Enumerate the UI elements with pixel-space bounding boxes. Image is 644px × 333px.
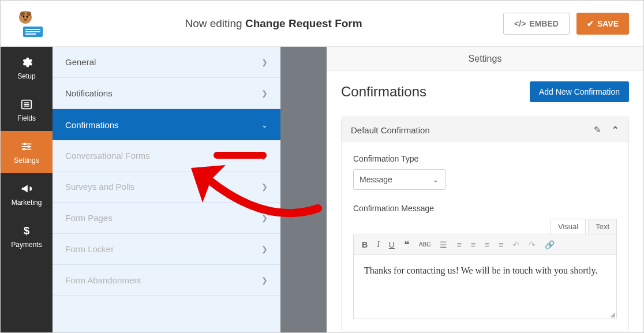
sliders-icon: [20, 140, 33, 153]
chevron-right-icon: ❯: [261, 182, 268, 191]
subnav-item-label: Form Pages: [65, 213, 113, 223]
svg-point-2: [27, 12, 31, 16]
subnav-form-pages[interactable]: Form Pages ❯: [53, 203, 280, 234]
form-name: Change Request Form: [245, 17, 362, 29]
chevron-up-icon[interactable]: ⌃: [612, 125, 619, 135]
nav-fields-label: Fields: [17, 114, 36, 122]
subnav-general[interactable]: General ❯: [53, 47, 280, 78]
check-icon: ✔: [587, 19, 594, 28]
top-actions: </> EMBED ✔ SAVE: [503, 13, 629, 35]
bullhorn-icon: [20, 182, 33, 195]
italic-icon[interactable]: I: [377, 240, 380, 249]
align-center-icon[interactable]: ≡: [485, 240, 489, 249]
chevron-right-icon: ❯: [261, 89, 268, 98]
chevron-down-icon: ⌄: [432, 175, 439, 184]
panel-header[interactable]: Default Confirmation ✎ ⌃: [342, 117, 628, 143]
svg-point-3: [23, 16, 25, 17]
align-left-icon[interactable]: ≡: [471, 240, 475, 249]
editor-text: Thanks for contacting us! We will be in …: [364, 265, 597, 275]
save-button-label: SAVE: [597, 19, 619, 28]
editor-content-area[interactable]: Thanks for contacting us! We will be in …: [354, 255, 616, 319]
bold-icon[interactable]: B: [362, 240, 368, 249]
quote-icon[interactable]: ❝: [404, 238, 410, 251]
subnav-item-label: Confirmations: [65, 120, 119, 130]
bullet-list-icon[interactable]: ☰: [440, 240, 447, 249]
subnav-item-label: Notifications: [65, 88, 113, 98]
subnav-item-label: Conversational Forms: [65, 151, 150, 160]
subnav-item-label: Form Abandonment: [65, 275, 141, 285]
chevron-right-icon: ❯: [261, 58, 268, 66]
embed-button-label: EMBED: [529, 19, 559, 28]
nav-payments-label: Payments: [11, 241, 42, 249]
chevron-right-icon: ❯: [261, 245, 268, 253]
nav-marketing-label: Marketing: [12, 199, 42, 207]
nav-setup-label: Setup: [17, 72, 35, 80]
settings-header: Settings: [327, 47, 643, 71]
subnav-notifications[interactable]: Notifications ❯: [53, 78, 280, 109]
page-heading: Confirmations: [341, 84, 426, 100]
dollar-icon: $: [20, 225, 33, 237]
svg-point-5: [24, 18, 27, 21]
chevron-down-icon: ⌄: [261, 121, 268, 129]
confirmation-panel: Default Confirmation ✎ ⌃ Confirmation Ty…: [341, 117, 629, 331]
list-icon: [20, 98, 33, 111]
subnav-confirmations[interactable]: Confirmations ⌄: [53, 109, 280, 140]
editor-tab-text[interactable]: Text: [588, 219, 617, 234]
confirmation-message-label: Confirmation Message: [353, 204, 617, 213]
nav-settings-label: Settings: [14, 156, 39, 164]
content-gutter: [280, 47, 327, 332]
wysiwyg-editor: B I U ❝ ABC ☰ ≡ ≡ ≡ ≡ ↶ ↷ 🔗: [353, 234, 617, 319]
primary-nav: Setup Fields Settings Marketing $ Paymen…: [1, 47, 53, 332]
redo-icon[interactable]: ↷: [529, 240, 536, 249]
panel-title: Default Confirmation: [351, 125, 430, 135]
main-content: Settings Confirmations Add New Confirmat…: [327, 47, 643, 332]
subnav-item-label: Form Locker: [65, 244, 114, 254]
settings-subnav[interactable]: General ❯ Notifications ❯ Confirmations …: [53, 47, 280, 332]
resize-handle[interactable]: [610, 312, 615, 317]
link-icon[interactable]: 🔗: [545, 240, 555, 249]
subnav-form-abandonment[interactable]: Form Abandonment ❯: [53, 265, 280, 296]
page-title-area: Now editing Change Request Form: [44, 17, 503, 30]
subnav-item-label: General: [65, 57, 96, 67]
nav-marketing[interactable]: Marketing: [1, 173, 53, 215]
editor-tab-visual[interactable]: Visual: [551, 219, 586, 234]
chevron-right-icon: ❯: [261, 214, 268, 222]
save-button[interactable]: ✔ SAVE: [576, 13, 629, 35]
code-icon: </>: [514, 19, 526, 28]
subnav-surveys-polls[interactable]: Surveys and Polls ❯: [53, 171, 280, 203]
confirmation-type-label: Confirmation Type: [353, 154, 617, 163]
nav-settings[interactable]: Settings: [1, 131, 53, 173]
svg-point-17: [28, 145, 30, 147]
subnav-form-locker[interactable]: Form Locker ❯: [53, 234, 280, 265]
nav-fields[interactable]: Fields: [1, 89, 53, 131]
chevron-right-icon: ❯: [261, 151, 268, 160]
svg-point-15: [24, 143, 26, 145]
confirmation-type-select[interactable]: Message ⌄: [353, 169, 445, 190]
svg-text:$: $: [24, 225, 29, 237]
gear-icon: [20, 56, 33, 69]
svg-rect-9: [25, 33, 36, 35]
svg-point-4: [27, 16, 28, 17]
strikethrough-icon[interactable]: ABC: [419, 241, 431, 248]
svg-rect-7: [25, 29, 40, 30]
align-right-icon[interactable]: ≡: [499, 240, 503, 249]
pencil-icon[interactable]: ✎: [594, 125, 601, 135]
editing-label: Now editing: [185, 17, 245, 29]
add-confirmation-button[interactable]: Add New Confirmation: [530, 81, 629, 102]
undo-icon[interactable]: ↶: [512, 240, 519, 249]
select-value: Message: [360, 175, 392, 184]
embed-button[interactable]: </> EMBED: [503, 13, 570, 35]
chevron-right-icon: ❯: [261, 276, 268, 285]
svg-rect-8: [25, 31, 40, 32]
subnav-item-label: Surveys and Polls: [65, 182, 134, 192]
svg-point-1: [20, 12, 25, 16]
underline-icon[interactable]: U: [389, 240, 395, 249]
nav-setup[interactable]: Setup: [1, 47, 53, 89]
editor-toolbar: B I U ❝ ABC ☰ ≡ ≡ ≡ ≡ ↶ ↷ 🔗: [354, 234, 616, 255]
numbered-list-icon[interactable]: ≡: [456, 240, 461, 249]
subnav-conversational-forms[interactable]: Conversational Forms ❯: [53, 140, 280, 171]
logo: [15, 9, 44, 38]
svg-point-19: [23, 148, 25, 150]
nav-payments[interactable]: $ Payments: [1, 215, 53, 257]
top-bar: Now editing Change Request Form </> EMBE…: [1, 1, 643, 47]
